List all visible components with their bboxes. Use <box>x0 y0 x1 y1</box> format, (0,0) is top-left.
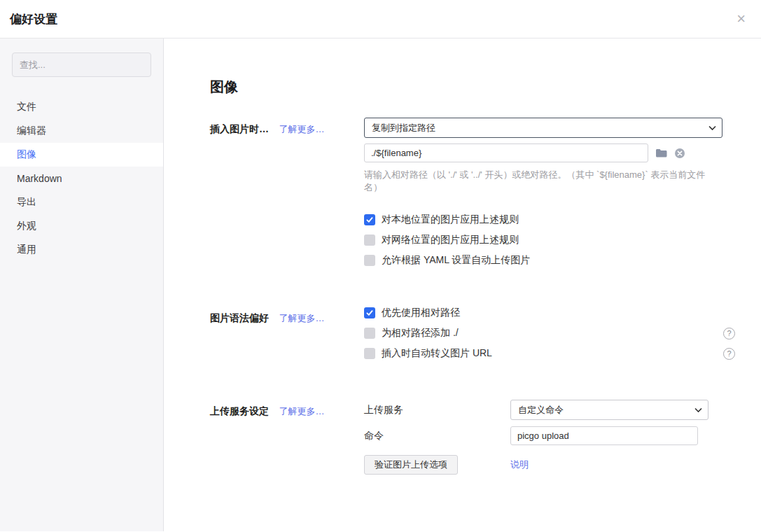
sidebar-item-general[interactable]: 通用 <box>0 238 163 262</box>
sidebar: 文件 编辑器 图像 Markdown 导出 外观 通用 <box>0 38 164 531</box>
escape-url-row[interactable]: 插入时自动转义图片 URL ? <box>364 347 735 360</box>
upload-help-link[interactable]: 说明 <box>510 458 529 471</box>
add-dot-slash-help-icon[interactable]: ? <box>723 328 735 340</box>
yaml-auto-upload-checkbox[interactable] <box>364 255 375 266</box>
add-dot-slash-label: 为相对路径添加 ./ <box>382 327 459 340</box>
search-input[interactable] <box>12 52 151 77</box>
prefer-relative-path-checkbox[interactable] <box>364 307 375 318</box>
command-field-label: 命令 <box>364 430 510 442</box>
image-syntax-section: 图片语法偏好 了解更多… 优先使用相对路径 为相对路径添加 ./ <box>210 307 761 368</box>
prefer-relative-path-label: 优先使用相对路径 <box>382 307 460 319</box>
command-row: 命令 <box>364 426 722 445</box>
sidebar-item-appearance[interactable]: 外观 <box>0 214 163 238</box>
upload-service-label: 上传服务设定 <box>210 405 269 416</box>
sidebar-item-markdown[interactable]: Markdown <box>0 167 163 190</box>
add-dot-slash-row[interactable]: 为相对路径添加 ./ ? <box>364 327 735 340</box>
titlebar: 偏好设置 × <box>0 0 761 38</box>
image-syntax-label: 图片语法偏好 <box>210 312 269 323</box>
sidebar-item-export[interactable]: 导出 <box>0 190 163 214</box>
prefer-relative-path-row[interactable]: 优先使用相对路径 <box>364 307 735 319</box>
upload-service-select[interactable]: 自定义命令 <box>510 400 708 420</box>
main-panel: 图像 插入图片时… 了解更多… 复制到指定路径 <box>164 38 761 531</box>
path-hint-text: 请输入相对路径（以 './' 或 '../' 开头）或绝对路径。（其中 `${f… <box>364 169 722 194</box>
yaml-auto-upload-label: 允许根据 YAML 设置自动上传图片 <box>382 254 530 267</box>
apply-network-rule-row[interactable]: 对网络位置的图片应用上述规则 <box>364 234 722 246</box>
command-input[interactable] <box>510 426 698 445</box>
apply-local-rule-label: 对本地位置的图片应用上述规则 <box>382 214 519 226</box>
insert-image-section: 插入图片时… 了解更多… 复制到指定路径 <box>210 118 761 274</box>
upload-service-learn-more-link[interactable]: 了解更多… <box>279 406 324 416</box>
validate-upload-button[interactable]: 验证图片上传选项 <box>364 455 458 475</box>
apply-network-rule-checkbox[interactable] <box>364 234 375 246</box>
window-title: 偏好设置 <box>10 11 57 27</box>
clear-path-icon[interactable] <box>674 148 685 159</box>
apply-network-rule-label: 对网络位置的图片应用上述规则 <box>382 234 519 246</box>
validate-row: 验证图片上传选项 说明 <box>364 455 722 475</box>
upload-service-section: 上传服务设定 了解更多… 上传服务 自定义命令 命令 <box>210 400 761 475</box>
insert-action-select[interactable]: 复制到指定路径 <box>364 118 722 138</box>
sidebar-item-editor[interactable]: 编辑器 <box>0 119 163 143</box>
copy-path-input[interactable] <box>364 144 648 162</box>
insert-image-learn-more-link[interactable]: 了解更多… <box>279 124 324 134</box>
apply-local-rule-checkbox[interactable] <box>364 214 375 225</box>
upload-service-field-label: 上传服务 <box>364 404 510 416</box>
add-dot-slash-checkbox[interactable] <box>364 328 375 339</box>
escape-url-label: 插入时自动转义图片 URL <box>382 347 492 360</box>
upload-service-row: 上传服务 自定义命令 <box>364 400 722 420</box>
page-title: 图像 <box>210 78 761 97</box>
yaml-auto-upload-row[interactable]: 允许根据 YAML 设置自动上传图片 <box>364 254 722 267</box>
sidebar-item-image[interactable]: 图像 <box>0 143 163 167</box>
sidebar-item-file[interactable]: 文件 <box>0 95 163 119</box>
image-syntax-learn-more-link[interactable]: 了解更多… <box>279 313 324 323</box>
insert-image-label: 插入图片时… <box>210 123 269 134</box>
escape-url-help-icon[interactable]: ? <box>723 348 735 360</box>
folder-browse-icon[interactable] <box>655 148 667 158</box>
apply-local-rule-row[interactable]: 对本地位置的图片应用上述规则 <box>364 214 722 226</box>
sidebar-nav: 文件 编辑器 图像 Markdown 导出 外观 通用 <box>0 95 163 262</box>
close-icon[interactable]: × <box>734 8 748 29</box>
escape-url-checkbox[interactable] <box>364 348 375 359</box>
